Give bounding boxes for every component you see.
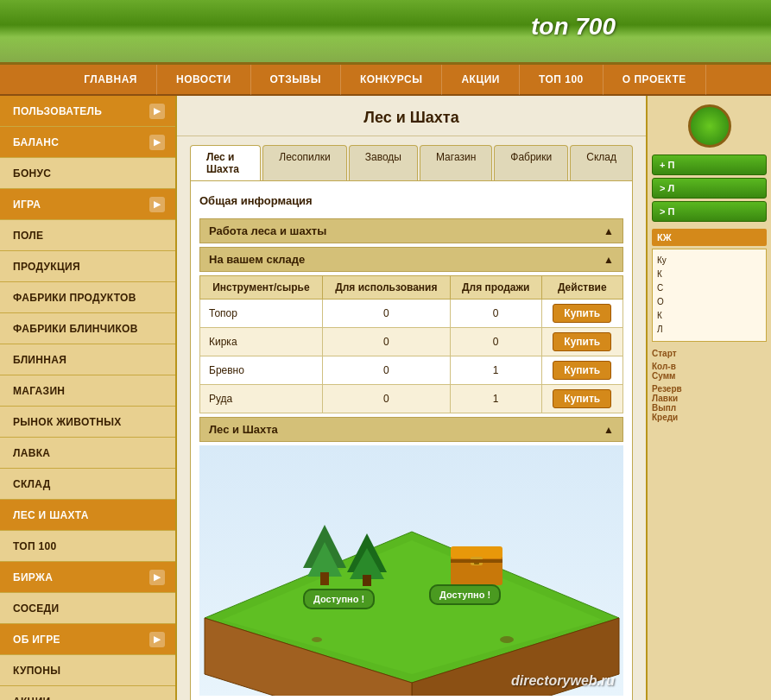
banner-text: ton 700 [531, 13, 616, 41]
plus-p-button[interactable]: + П [652, 155, 767, 175]
accordion-label-2: На вашем складе [209, 253, 305, 266]
nav-item-акции[interactable]: АКЦИИ [442, 64, 520, 95]
svg-point-4 [500, 636, 514, 643]
sidebar-item-об-игре[interactable]: ОБ ИГРЕ▶ [0, 624, 175, 655]
p-button[interactable]: > П [652, 201, 767, 222]
watermark: directoryweb.ru [511, 673, 615, 689]
cell-sell: 1 [450, 356, 541, 385]
nav-item-новости[interactable]: НОВОСТИ [157, 64, 251, 95]
accordion-label-1: Работа леса и шахты [209, 224, 326, 237]
sidebar-item-бонус[interactable]: БОНУС [0, 158, 175, 189]
tree-available-badge[interactable]: Доступно ! [303, 592, 375, 605]
sidebar-item-купоны[interactable]: КУПОНЫ [0, 655, 175, 686]
mine-available-badge[interactable]: Доступно ! [429, 588, 501, 601]
mine-group: Доступно ! [442, 538, 511, 592]
tab-лесопилки[interactable]: Лесопилки [262, 145, 347, 180]
cell-use: 0 [322, 385, 450, 413]
table-row: Топор 0 0 Купить [200, 300, 623, 328]
nav-item-топ 100[interactable]: ТОП 100 [520, 64, 604, 95]
accordion-row-1[interactable]: Работа леса и шахты ▲ [199, 218, 623, 243]
svg-rect-11 [363, 575, 371, 586]
sidebar-item-поле[interactable]: ПОЛЕ [0, 220, 175, 251]
sidebar-label: ПОЛЬЗОВАТЕЛЬ [13, 105, 102, 117]
sidebar-item-рынок-животных[interactable]: РЫНОК ЖИВОТНЫХ [0, 407, 175, 438]
sidebar-item-соседи[interactable]: СОСЕДИ [0, 593, 175, 624]
accordion-row-2[interactable]: На вашем складе ▲ [199, 247, 623, 272]
sidebar: ПОЛЬЗОВАТЕЛЬ▶БАЛАНС▶БОНУСИГРА▶ПОЛЕПРОДУК… [0, 96, 177, 700]
sidebar-label: ЛЕС И ШАХТА [13, 509, 89, 521]
nav-item-о проекте[interactable]: О ПРОЕКТЕ [604, 64, 706, 95]
top-banner: ton 700 [0, 0, 771, 65]
sidebar-item-склад[interactable]: СКЛАД [0, 469, 175, 500]
table-row: Кирка 0 0 Купить [200, 328, 623, 356]
sidebar-item-баланс[interactable]: БАЛАНС▶ [0, 127, 175, 158]
buy-button[interactable]: Купить [553, 361, 611, 380]
buy-button[interactable]: Купить [553, 332, 611, 351]
sidebar-item-пользователь[interactable]: ПОЛЬЗОВАТЕЛЬ▶ [0, 96, 175, 127]
sidebar-label: СОСЕДИ [13, 602, 59, 615]
sidebar-label: ИГРА [13, 199, 41, 211]
cell-name: Бревно [200, 356, 323, 385]
tab-лес-и-шахта[interactable]: Лес и Шахта [190, 145, 261, 180]
svg-rect-16 [451, 559, 502, 563]
cell-sell: 1 [450, 385, 541, 413]
nav-item-главная[interactable]: ГЛАВНАЯ [65, 64, 157, 95]
cell-name: Топор [200, 300, 323, 328]
table-row: Руда 0 1 Купить [200, 385, 623, 413]
nav-item-конкурсы[interactable]: КОНКУРСЫ [341, 64, 443, 95]
ground-svg [199, 514, 623, 696]
sidebar-item-топ-100[interactable]: ТОП 100 [0, 531, 175, 562]
cell-use: 0 [322, 300, 450, 328]
sidebar-item-фабрики-продуктов[interactable]: ФАБРИКИ ПРОДУКТОВ [0, 282, 175, 313]
cell-use: 0 [322, 356, 450, 385]
sidebar-item-продукция[interactable]: ПРОДУКЦИЯ [0, 251, 175, 282]
sidebar-label: ПОЛЕ [13, 230, 43, 242]
content-inner: Общая информация Работа леса и шахты ▲ Н… [190, 180, 633, 700]
sidebar-label: АКЦИИ [13, 696, 51, 701]
accordion-label-3: Лес и Шахта [209, 423, 278, 436]
sidebar-item-магазин[interactable]: МАГАЗИН [0, 375, 175, 407]
sidebar-label: БАЛАНС [13, 136, 59, 148]
cell-name: Кирка [200, 328, 323, 356]
sidebar-item-игра[interactable]: ИГРА▶ [0, 189, 175, 220]
sidebar-label: БЛИННАЯ [13, 354, 66, 366]
sidebar-item-лес-и-шахта[interactable]: ЛЕС И ШАХТА [0, 500, 175, 531]
l-button[interactable]: > Л [652, 178, 767, 199]
sidebar-arrow-icon: ▶ [149, 135, 165, 150]
cell-use: 0 [322, 328, 450, 356]
sidebar-item-блинная[interactable]: БЛИННАЯ [0, 344, 175, 375]
sidebar-item-фабрики-блинчиков[interactable]: ФАБРИКИ БЛИНЧИКОВ [0, 313, 175, 344]
svg-point-5 [312, 637, 322, 642]
avatar-icon [688, 104, 731, 148]
sidebar-label: БИРЖА [13, 571, 53, 583]
sidebar-label: ПРОДУКЦИЯ [13, 261, 80, 273]
cell-name: Руда [200, 385, 323, 413]
sidebar-arrow-icon: ▶ [149, 104, 165, 119]
sidebar-label: ТОП 100 [13, 540, 56, 552]
sidebar-item-биржа[interactable]: БИРЖА▶ [0, 562, 175, 593]
right-info-panel: + П > Л > П КЖ Ку К С О К Л Старт Кол-в … [646, 96, 771, 700]
tree-group: Доступно ! [299, 520, 389, 601]
accordion-row-3[interactable]: Лес и Шахта ▲ [199, 417, 623, 442]
sidebar-arrow-icon: ▶ [149, 632, 165, 647]
buy-button[interactable]: Купить [553, 304, 611, 323]
chevron-icon-1: ▲ [604, 225, 614, 237]
tab-заводы[interactable]: Заводы [349, 145, 418, 180]
chevron-icon-2: ▲ [604, 254, 614, 266]
tab-фабрики[interactable]: Фабрики [494, 145, 568, 180]
tab-магазин[interactable]: Магазин [420, 145, 492, 180]
tab-склад[interactable]: Склад [570, 145, 633, 180]
sidebar-label: ОБ ИГРЕ [13, 634, 60, 646]
sidebar-item-лавка[interactable]: ЛАВКА [0, 438, 175, 469]
nav-item-отзывы[interactable]: ОТЗЫВЫ [251, 64, 341, 95]
svg-rect-8 [320, 572, 329, 585]
col-header-action: Действие [541, 276, 622, 300]
sidebar-label: РЫНОК ЖИВОТНЫХ [13, 416, 122, 428]
sidebar-item-акции[interactable]: АКЦИИ [0, 686, 175, 700]
cell-action: Купить [541, 328, 622, 356]
sidebar-label: МАГАЗИН [13, 385, 65, 397]
col-header-sell: Для продажи [450, 276, 541, 300]
buy-button[interactable]: Купить [553, 389, 611, 408]
svg-rect-13 [451, 546, 502, 558]
content-area: Лес и Шахта Лес и ШахтаЛесопилкиЗаводыМа… [177, 96, 646, 700]
